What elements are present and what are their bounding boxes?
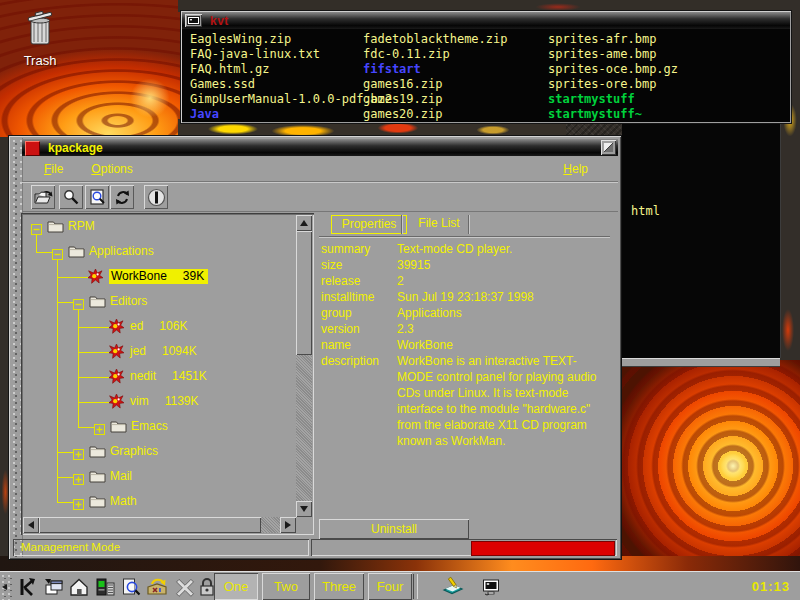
- tree-connector-line: [57, 502, 73, 503]
- tab-underline: [319, 236, 610, 237]
- terminal-row: Games.ssdgames16.zipsprites-ore.bmp: [182, 77, 790, 92]
- tree-item-text: Editors: [110, 294, 147, 308]
- tree-item-vim[interactable]: vim1139K: [23, 394, 296, 413]
- terminal-entry: games19.zip: [363, 92, 442, 106]
- background-terminal-window[interactable]: html: [622, 118, 781, 358]
- control-center-icon[interactable]: [92, 574, 118, 599]
- refresh-icon[interactable]: [110, 185, 134, 209]
- tree-item-rpm[interactable]: RPM: [23, 219, 296, 238]
- terminal-row: Javagames20.zipstartmystuff~: [182, 107, 790, 122]
- scroll-left-button[interactable]: [23, 517, 39, 533]
- package-size: 1451K: [172, 369, 207, 383]
- tree-item-mail[interactable]: Mail: [23, 469, 296, 488]
- trash-can-glyph: [23, 10, 57, 48]
- scrollbar-corner: [296, 517, 312, 533]
- property-key: installtime: [321, 289, 397, 305]
- desktop-button-four[interactable]: Four: [368, 573, 412, 600]
- property-value: Applications: [397, 305, 608, 321]
- package-icon: [109, 319, 124, 338]
- tree-item-jed[interactable]: jed1094K: [23, 344, 296, 363]
- tree-connector-line: [78, 308, 79, 427]
- tree-connector-line: [36, 252, 52, 253]
- tree-item-text: ed106K: [130, 319, 187, 333]
- toolbox-icon[interactable]: [144, 574, 170, 599]
- terminal-entry: FAQ.html.gz: [190, 62, 269, 76]
- window-menu-button[interactable]: [25, 141, 40, 156]
- tree-item-math[interactable]: Math: [23, 494, 296, 513]
- help-book-icon[interactable]: [440, 574, 466, 599]
- window-list-icon[interactable]: [40, 574, 66, 599]
- folder-icon: [68, 244, 85, 262]
- tab-properties[interactable]: Properties: [331, 215, 407, 234]
- tree-connector-line: [78, 427, 94, 428]
- collapse-box-icon[interactable]: [31, 221, 42, 232]
- app-starter-icon[interactable]: [14, 574, 40, 599]
- collapse-box-icon[interactable]: [52, 246, 63, 257]
- trash-icon[interactable]: Trash: [8, 10, 72, 68]
- find-package-icon[interactable]: [59, 185, 83, 209]
- find-files-icon[interactable]: [118, 574, 144, 599]
- property-row: groupApplications: [321, 305, 608, 321]
- collapse-box-icon[interactable]: [73, 296, 84, 307]
- terminal-entry: games16.zip: [363, 77, 442, 91]
- x11-icon[interactable]: [172, 574, 198, 599]
- exit-icon[interactable]: [144, 185, 168, 209]
- kvt-window: kvt EaglesWing.zipfadetoblacktheme.zipsp…: [180, 10, 792, 124]
- open-icon[interactable]: [31, 185, 55, 209]
- package-size: 106K: [159, 319, 187, 333]
- property-key: size: [321, 257, 397, 273]
- find-file-icon[interactable]: [85, 185, 109, 209]
- tree-horizontal-scrollbar[interactable]: [23, 517, 296, 533]
- management-mode-label: Management Mode: [21, 541, 120, 553]
- terminal-entry: fdc-0.11.zip: [363, 47, 450, 61]
- desktop-button-three[interactable]: Three: [314, 573, 364, 600]
- kvt-titlebar[interactable]: kvt: [182, 12, 790, 29]
- tree-connector-line: [57, 302, 73, 303]
- kvt-body[interactable]: EaglesWing.zipfadetoblacktheme.zipsprite…: [182, 29, 790, 122]
- scroll-up-button[interactable]: [296, 215, 312, 231]
- desktop-button-two[interactable]: Two: [262, 573, 310, 600]
- terminal-icon[interactable]: [478, 574, 504, 599]
- terminal-icon: [187, 16, 200, 26]
- expand-box-icon[interactable]: [73, 471, 84, 482]
- desktop-button-one[interactable]: One: [214, 573, 258, 600]
- tree-item-editors[interactable]: Editors: [23, 294, 296, 313]
- terminal-entry: GimpUserManual-1.0.0-pdf.bz2: [190, 92, 392, 106]
- home-icon[interactable]: [66, 574, 92, 599]
- expand-box-icon[interactable]: [94, 421, 105, 432]
- tree-item-nedit[interactable]: nedit1451K: [23, 369, 296, 388]
- tree-vertical-scrollbar[interactable]: [296, 215, 312, 517]
- scroll-down-button[interactable]: [296, 501, 312, 517]
- tree-item-workbone[interactable]: WorkBone39K: [23, 269, 296, 288]
- terminal-entry: Games.ssd: [190, 77, 255, 91]
- tab-separator: [468, 215, 469, 234]
- tab-file-list[interactable]: File List: [406, 215, 472, 232]
- tree-item-graphics[interactable]: Graphics: [23, 444, 296, 463]
- tree-item-text: Applications: [89, 244, 154, 258]
- menu-help[interactable]: Help: [563, 162, 588, 176]
- expand-box-icon[interactable]: [73, 496, 84, 507]
- tree-item-applications[interactable]: Applications: [23, 244, 296, 263]
- tree-connector-line: [78, 402, 109, 403]
- scroll-right-button[interactable]: [280, 517, 296, 533]
- menu-file[interactable]: File: [44, 158, 63, 176]
- tree-connector-line: [78, 377, 109, 378]
- horizontal-scroll-thumb[interactable]: [39, 517, 261, 533]
- expand-box-icon[interactable]: [73, 446, 84, 457]
- kpackage-titlebar[interactable]: kpackage: [22, 139, 618, 156]
- tree-item-ed[interactable]: ed106K: [23, 319, 296, 338]
- vertical-scroll-thumb[interactable]: [296, 231, 312, 355]
- uninstall-button[interactable]: Uninstall: [319, 519, 469, 539]
- menubar: FileOptions Help: [22, 158, 618, 182]
- terminal-entry: startmystuff~: [548, 107, 642, 121]
- properties-list: summaryText-mode CD player.size39915rele…: [321, 241, 608, 449]
- tree-item-emacs[interactable]: Emacs: [23, 419, 296, 438]
- tree-item-text: WorkBone39K: [109, 269, 208, 284]
- tree-connector-line: [57, 452, 73, 453]
- maximize-button[interactable]: [601, 140, 616, 155]
- panel-hide-handle[interactable]: [0, 573, 12, 600]
- background-terminal-bottom-edge: [622, 358, 780, 367]
- tree-item-text: vim1139K: [130, 394, 198, 408]
- menu-options[interactable]: Options: [91, 158, 132, 176]
- kvt-window-menu-button[interactable]: [185, 14, 202, 27]
